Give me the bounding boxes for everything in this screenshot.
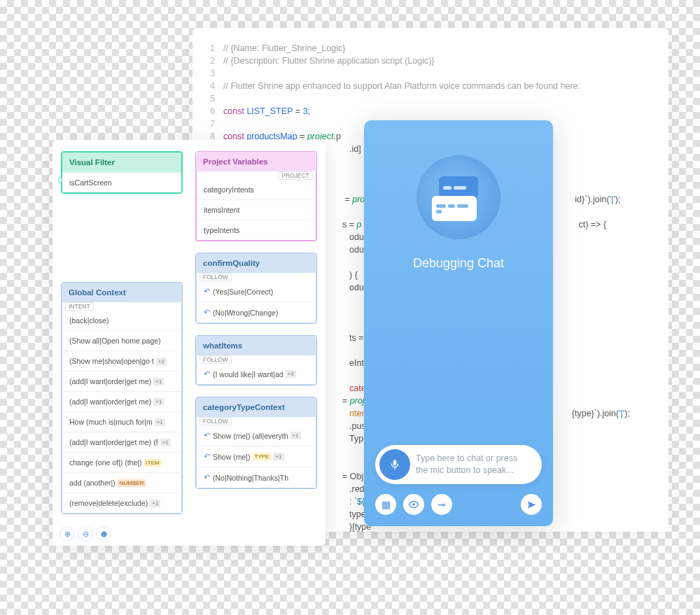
visual-editor-panel: Visual Filter isCartScreen Global Contex… bbox=[52, 140, 326, 546]
svg-rect-0 bbox=[393, 460, 397, 465]
what-items-card[interactable]: whatItems FOLLOW ↶(I would like|I want|a… bbox=[195, 335, 317, 386]
visual-toolbar: ⊕ ⊖ ⊕ bbox=[59, 526, 111, 542]
visual-filter-item[interactable]: isCartScreen bbox=[62, 172, 182, 193]
follow-item[interactable]: ↶(No|Wrong|Change) bbox=[197, 302, 316, 323]
eye-icon[interactable] bbox=[403, 494, 424, 515]
project-var-item[interactable]: categoryIntents bbox=[197, 180, 316, 199]
what-items-title: whatItems bbox=[196, 336, 316, 355]
follow-tag: FOLLOW bbox=[200, 273, 232, 281]
mic-button[interactable] bbox=[379, 449, 410, 480]
follow-item[interactable]: ↶(No|Nothing|Thanks|Th bbox=[197, 467, 316, 488]
follow-tag: FOLLOW bbox=[200, 417, 232, 425]
intent-item[interactable]: (add|I want|order|get me)+1 bbox=[62, 371, 181, 391]
project-variables-title: Project Variables bbox=[196, 152, 316, 171]
svg-point-1 bbox=[412, 503, 414, 505]
project-var-item[interactable]: itemsIntent bbox=[197, 199, 316, 220]
category-type-context-card[interactable]: categoryTypeContext FOLLOW ↶Show (me|) (… bbox=[195, 397, 317, 489]
code-comment: // Flutter Shrine app enhanced to suppor… bbox=[223, 80, 580, 92]
chat-illustration bbox=[416, 155, 500, 239]
zoom-out-icon[interactable]: ⊖ bbox=[78, 526, 93, 542]
category-type-title: categoryTypeContext bbox=[196, 397, 316, 417]
zoom-in-icon[interactable]: ⊕ bbox=[96, 526, 111, 542]
chat-title: Debugging Chat bbox=[413, 256, 504, 271]
code-comment: // {Description: Flutter Shrine applicat… bbox=[223, 55, 435, 67]
follow-item[interactable]: ↶(Yes|Sure|Correct) bbox=[197, 281, 316, 302]
qr-icon[interactable]: ▦ bbox=[375, 494, 396, 515]
intent-item[interactable]: (Show all|Open home page) bbox=[62, 330, 181, 351]
intent-item[interactable]: add (another|)NUMBER bbox=[62, 472, 181, 493]
project-var-item[interactable]: typeIntents bbox=[197, 220, 316, 240]
debugging-chat-panel: Debugging Chat Type here to chat or pres… bbox=[364, 120, 553, 526]
follow-tag: FOLLOW bbox=[200, 355, 232, 364]
intent-item[interactable]: (Show me|show|open|go t+2 bbox=[62, 351, 181, 371]
send-button[interactable] bbox=[521, 494, 542, 515]
project-variables-card[interactable]: Project Variables PROJECT categoryIntent… bbox=[195, 151, 317, 241]
intent-tag: INTENT bbox=[65, 302, 94, 311]
global-context-card[interactable]: Global Context INTENT (back|close) (Show… bbox=[61, 282, 183, 514]
visual-filter-card[interactable]: Visual Filter isCartScreen bbox=[61, 151, 183, 194]
follow-item[interactable]: ↶(I would like|I want|ad+4 bbox=[197, 364, 316, 384]
intent-item[interactable]: How (much is|much for|m+1 bbox=[62, 411, 181, 432]
code-comment: // {Name: Flutter_Shrine_Logic} bbox=[223, 42, 345, 55]
chat-input-placeholder: Type here to chat or press the mic butto… bbox=[416, 453, 532, 476]
intent-item[interactable]: (add|I want|order|get me) (f+1 bbox=[62, 432, 181, 452]
intent-item[interactable]: (add|I want|order|get me)+1 bbox=[62, 391, 181, 411]
chat-input-area[interactable]: Type here to chat or press the mic butto… bbox=[375, 445, 542, 484]
intent-item[interactable]: (remove|delete|exclude)+1 bbox=[62, 493, 181, 513]
intent-item[interactable]: change (one of|) (the|)ITEM bbox=[62, 452, 181, 472]
global-context-title: Global Context bbox=[62, 283, 182, 302]
project-tag: PROJECT bbox=[278, 171, 313, 180]
follow-item[interactable]: ↶Show (me|) (all|everyth+1 bbox=[197, 425, 316, 446]
follow-item[interactable]: ↶Show (me|) TYPE+1 bbox=[197, 446, 316, 467]
confirm-quality-title: confirmQuality bbox=[196, 253, 316, 273]
key-icon[interactable]: ⊸ bbox=[431, 494, 452, 515]
intent-item[interactable]: (back|close) bbox=[62, 311, 181, 330]
target-icon[interactable]: ⊕ bbox=[59, 526, 75, 542]
visual-filter-title: Visual Filter bbox=[62, 152, 182, 172]
confirm-quality-card[interactable]: confirmQuality FOLLOW ↶(Yes|Sure|Correct… bbox=[195, 253, 317, 324]
